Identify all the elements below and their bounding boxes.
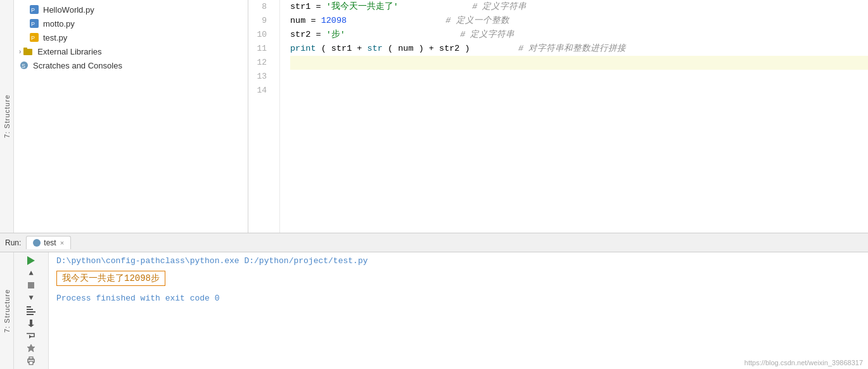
pin-button[interactable] bbox=[23, 342, 39, 354]
up-icon: ▲ bbox=[29, 269, 33, 278]
editor-area: 8 9 10 11 12 13 14 str1 = '我今天一共走了' # 定义… bbox=[248, 0, 868, 233]
line-num-14: 14 bbox=[248, 84, 272, 98]
console-path: D:\python\config-pathclass\python.exe D:… bbox=[56, 256, 860, 266]
code-content[interactable]: str1 = '我今天一共走了' # 定义字符串 num = 12098 # 定… bbox=[280, 0, 868, 233]
down-icon: ▼ bbox=[29, 294, 33, 302]
wrap-icon bbox=[26, 332, 36, 340]
scratches-label: Scratches and Consoles bbox=[33, 61, 122, 70]
run-tab-test[interactable]: test × bbox=[26, 236, 71, 249]
print-icon bbox=[27, 356, 35, 365]
scroll-down-icon bbox=[27, 319, 35, 328]
svg-rect-11 bbox=[27, 311, 35, 313]
run-tab-bar: Run: test × bbox=[0, 233, 868, 252]
svg-text:P: P bbox=[31, 35, 35, 41]
code-line-8: str1 = '我今天一共走了' # 定义字符串 bbox=[290, 0, 868, 14]
stop-button[interactable] bbox=[23, 280, 39, 292]
svg-rect-10 bbox=[27, 309, 33, 310]
line-num-10: 10 bbox=[248, 28, 272, 42]
ext-lib-icon bbox=[23, 46, 34, 56]
file-motto-label: motto.py bbox=[43, 19, 75, 29]
stop-icon bbox=[28, 282, 34, 288]
code-line-9: num = 12098 # 定义一个整数 bbox=[290, 14, 868, 28]
svg-text:P: P bbox=[31, 21, 35, 27]
sidebar-item-scratches[interactable]: S Scratches and Consoles bbox=[14, 58, 248, 72]
code-container: 8 9 10 11 12 13 14 str1 = '我今天一共走了' # 定义… bbox=[248, 0, 868, 233]
console-body: 7: Structure ▲ ▼ bbox=[0, 252, 868, 369]
svg-rect-7 bbox=[23, 48, 27, 50]
file-helloworld-label: HelloWorld.py bbox=[43, 5, 94, 15]
expand-icon-ext: › bbox=[19, 48, 21, 55]
scroll-down-button[interactable] bbox=[23, 318, 39, 329]
console-output: 我今天一共走了12098步 bbox=[56, 271, 165, 286]
code-line-13 bbox=[290, 70, 868, 84]
svg-marker-16 bbox=[29, 335, 32, 339]
console-finish: Process finished with exit code 0 bbox=[56, 294, 860, 303]
wrap-button[interactable] bbox=[23, 330, 39, 342]
line-num-8: 8 bbox=[248, 0, 272, 14]
svg-rect-19 bbox=[29, 361, 33, 365]
sidebar: P HelloWorld.py P motto.py P test.py › bbox=[14, 0, 248, 233]
svg-marker-15 bbox=[28, 325, 34, 327]
print-button[interactable] bbox=[23, 355, 39, 366]
run-label: Run: bbox=[5, 238, 21, 247]
rerun-button[interactable] bbox=[23, 305, 39, 316]
structure-panel-top: 7: Structure bbox=[0, 0, 14, 233]
structure-label: 7: Structure bbox=[3, 94, 11, 138]
py-blue-icon: P bbox=[29, 4, 39, 15]
up-button[interactable]: ▲ bbox=[23, 268, 39, 279]
bottom-panel: Run: test × 7: Structure ▲ ▼ bbox=[0, 233, 868, 369]
sidebar-item-external-libs[interactable]: › External Libraries bbox=[14, 44, 248, 58]
svg-marker-17 bbox=[27, 344, 35, 352]
ext-lib-label: External Libraries bbox=[37, 47, 101, 56]
sidebar-item-motto[interactable]: P motto.py bbox=[14, 16, 248, 30]
line-numbers: 8 9 10 11 12 13 14 bbox=[248, 0, 280, 233]
close-tab-btn[interactable]: × bbox=[60, 239, 64, 247]
play-button[interactable] bbox=[23, 255, 39, 266]
file-test-label: test.py bbox=[43, 33, 67, 42]
sidebar-item-helloworld[interactable]: P HelloWorld.py bbox=[14, 3, 248, 16]
svg-rect-14 bbox=[30, 320, 32, 325]
line-num-9: 9 bbox=[248, 14, 272, 28]
code-line-11: print ( str1 + str ( num ) + str2 ) # 对字… bbox=[290, 42, 868, 56]
sidebar-item-test[interactable]: P test.py bbox=[14, 30, 248, 44]
svg-rect-12 bbox=[27, 306, 31, 308]
line-num-12: 12 bbox=[248, 56, 272, 70]
console-sidebar: ▲ ▼ bbox=[14, 252, 49, 369]
play-icon bbox=[27, 256, 35, 265]
watermark: https://blog.csdn.net/weixin_39868317 bbox=[744, 359, 863, 366]
console-content: D:\python\config-pathclass\python.exe D:… bbox=[49, 252, 868, 369]
scratch-icon: S bbox=[19, 60, 29, 70]
svg-text:P: P bbox=[31, 7, 35, 13]
down-button[interactable]: ▼ bbox=[23, 292, 39, 304]
tab-run-icon bbox=[33, 239, 41, 247]
code-line-14 bbox=[290, 84, 868, 98]
code-line-10: str2 = '步' # 定义字符串 bbox=[290, 28, 868, 42]
code-line-12 bbox=[290, 56, 868, 70]
structure-panel-bottom: 7: Structure bbox=[0, 252, 14, 369]
rerun-icon bbox=[26, 306, 36, 316]
tab-test-label: test bbox=[44, 238, 56, 247]
line-num-11: 11 bbox=[248, 42, 272, 56]
py-yellow-icon: P bbox=[29, 32, 39, 42]
svg-rect-13 bbox=[27, 314, 34, 315]
svg-text:S: S bbox=[22, 63, 25, 69]
pin-icon bbox=[27, 344, 35, 353]
line-num-13: 13 bbox=[248, 70, 272, 84]
structure-label-bottom: 7: Structure bbox=[3, 289, 11, 333]
py-blue-icon2: P bbox=[29, 18, 39, 29]
